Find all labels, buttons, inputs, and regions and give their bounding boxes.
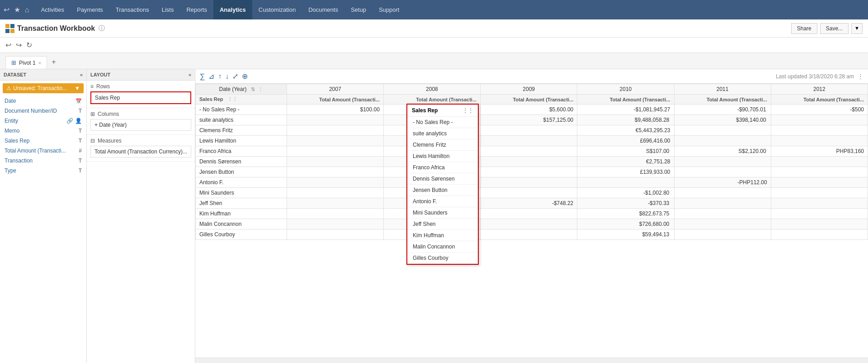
dataset-item-entity[interactable]: Entity 🔗 👤 bbox=[0, 116, 86, 126]
collapse-dataset-icon[interactable]: « bbox=[80, 72, 83, 77]
list-item[interactable]: Jensen Button bbox=[407, 185, 478, 196]
row-name-cell[interactable]: Jensen Button bbox=[196, 167, 287, 177]
sales-rep-col-header: Sales Rep ⋮⋮ bbox=[196, 95, 287, 105]
row-name-cell[interactable]: Clemens Fritz bbox=[196, 125, 287, 136]
nav-reports[interactable]: Reports bbox=[180, 0, 213, 19]
nav-activities[interactable]: Activities bbox=[35, 0, 71, 19]
svg-rect-0 bbox=[5, 24, 9, 28]
year-more-icon[interactable]: ⋮ bbox=[258, 86, 263, 92]
table-row: - No Sales Rep -$100.00$5,600.00-$1,081,… bbox=[196, 105, 868, 115]
top-navigation: ↩ ★ ⌂ Activities Payments Transactions L… bbox=[0, 0, 868, 19]
dataset-label: DATASET bbox=[4, 72, 26, 77]
row-name-cell[interactable]: Malin Concannon bbox=[196, 219, 287, 229]
salesrep-drag-icon[interactable]: ⋮⋮ bbox=[227, 96, 237, 102]
svg-rect-3 bbox=[10, 29, 14, 33]
row-name-cell[interactable]: Lewis Hamilton bbox=[196, 136, 287, 146]
undo-icon[interactable]: ↩ bbox=[5, 41, 11, 49]
svg-rect-1 bbox=[10, 24, 14, 28]
nav-lists[interactable]: Lists bbox=[156, 0, 180, 19]
save-dropdown-icon[interactable]: ▼ bbox=[851, 23, 863, 34]
row-name-cell[interactable]: Kim Huffman bbox=[196, 209, 287, 219]
list-item[interactable]: Clemens Fritz bbox=[407, 139, 478, 151]
dataset-item-totalamount[interactable]: Total Amount (Transacti... # bbox=[0, 146, 86, 156]
add-tab-button[interactable]: + bbox=[47, 55, 60, 69]
tab-pivot1[interactable]: ⊞ Pivot 1 × bbox=[5, 56, 47, 69]
list-item[interactable]: - No Sales Rep - bbox=[407, 117, 478, 128]
value-cell bbox=[771, 188, 868, 198]
value-cell bbox=[771, 219, 868, 229]
list-item[interactable]: Mini Saunders bbox=[407, 207, 478, 219]
dataset-header: DATASET « bbox=[0, 69, 86, 81]
nav-analytics[interactable]: Analytics bbox=[213, 0, 252, 19]
row-name-cell[interactable]: suite analytics bbox=[196, 115, 287, 125]
table-row: Jeff Shen-$748.22-$370.33 bbox=[196, 198, 868, 209]
list-item[interactable]: Franco Africa bbox=[407, 162, 478, 173]
row-name-cell[interactable]: Jeff Shen bbox=[196, 198, 287, 209]
nav-payments[interactable]: Payments bbox=[71, 0, 109, 19]
filter-icon[interactable]: ⊿ bbox=[208, 72, 214, 81]
table-row: Malin Concannon$726,680.00 bbox=[196, 219, 868, 229]
sort-asc-icon[interactable]: ↑ bbox=[218, 72, 222, 81]
nav-documents[interactable]: Documents bbox=[302, 0, 344, 19]
list-item[interactable]: Lewis Hamilton bbox=[407, 151, 478, 162]
row-name-cell[interactable]: Mini Saunders bbox=[196, 188, 287, 198]
value-cell: $398,140.00 bbox=[674, 115, 771, 125]
more-options-icon[interactable]: ⋮ bbox=[858, 73, 863, 80]
row-name-cell[interactable]: Gilles Courboy bbox=[196, 229, 287, 240]
info-icon[interactable]: ⓘ bbox=[99, 24, 105, 33]
columns-icon: ⊞ bbox=[90, 111, 95, 117]
data-area: ∑ ⊿ ↑ ↓ ⤢ ⊕ Last updated 3/18/2020 6:28 … bbox=[195, 69, 868, 363]
list-item[interactable]: Antonio F. bbox=[407, 196, 478, 207]
nav-star-icon[interactable]: ★ bbox=[14, 5, 20, 14]
list-item[interactable]: Jeff Shen bbox=[407, 219, 478, 230]
nav-support[interactable]: Support bbox=[373, 0, 406, 19]
expand-icon[interactable]: ⤢ bbox=[232, 72, 238, 81]
redo-icon[interactable]: ↪ bbox=[16, 41, 22, 49]
value-cell bbox=[577, 177, 674, 188]
list-item[interactable]: Kim Huffman bbox=[407, 230, 478, 241]
table-row: Mini Saunders-$1,002.80 bbox=[196, 188, 868, 198]
columns-date-item[interactable]: + Date (Year) bbox=[90, 119, 191, 131]
list-item[interactable]: suite analytics bbox=[407, 128, 478, 139]
table-row: Gilles Courboy$59,494.13 bbox=[196, 229, 868, 240]
dataset-item-transaction[interactable]: Transaction T bbox=[0, 156, 86, 166]
sort-desc-icon[interactable]: ↓ bbox=[225, 72, 229, 81]
dataset-item-type[interactable]: Type T bbox=[0, 166, 86, 176]
nav-house-icon[interactable]: ⌂ bbox=[25, 6, 29, 14]
value-cell bbox=[674, 136, 771, 146]
save-button[interactable]: Save... bbox=[820, 23, 849, 34]
drag-handle-icon[interactable]: ⋮⋮ bbox=[462, 107, 473, 114]
sort-icon[interactable]: ⇅ bbox=[251, 86, 255, 92]
nav-transactions[interactable]: Transactions bbox=[109, 0, 156, 19]
2009-amount-header: Total Amount (Transacti... bbox=[481, 95, 577, 105]
dataset-item-memo[interactable]: Memo T bbox=[0, 126, 86, 136]
close-tab-icon[interactable]: × bbox=[38, 60, 41, 66]
nav-customization[interactable]: Customization bbox=[252, 0, 302, 19]
value-cell bbox=[287, 167, 383, 177]
row-name-cell[interactable]: - No Sales Rep - bbox=[196, 105, 287, 115]
list-item[interactable]: Malin Concannon bbox=[407, 241, 478, 253]
list-item[interactable]: Gilles Courboy bbox=[407, 253, 478, 264]
dataset-item-date[interactable]: Date 📅 bbox=[0, 96, 86, 106]
collapse-layout-icon[interactable]: « bbox=[189, 72, 191, 77]
row-name-cell[interactable]: Franco Africa bbox=[196, 146, 287, 157]
entity-link-icon: 🔗 bbox=[66, 118, 73, 124]
measures-totalamount-item[interactable]: Total Amount (Transaction Currency)... bbox=[90, 146, 191, 158]
rows-sales-rep-item[interactable]: Sales Rep bbox=[90, 91, 191, 104]
horizontal-scrollbar[interactable] bbox=[195, 358, 868, 363]
list-item[interactable]: Dennis Sørensen bbox=[407, 173, 478, 185]
add-col-icon[interactable]: ⊕ bbox=[242, 72, 248, 81]
nav-home-icon[interactable]: ↩ bbox=[4, 5, 9, 14]
value-cell bbox=[287, 188, 383, 198]
value-cell: $5,600.00 bbox=[481, 105, 577, 115]
nav-setup[interactable]: Setup bbox=[344, 0, 373, 19]
share-button[interactable]: Share bbox=[791, 23, 817, 34]
row-name-cell[interactable]: Antonio F. bbox=[196, 177, 287, 188]
sigma-icon[interactable]: ∑ bbox=[200, 72, 205, 81]
value-cell bbox=[771, 177, 868, 188]
dataset-item-salesrep[interactable]: Sales Rep T bbox=[0, 136, 86, 146]
dataset-selector[interactable]: ⚠ Unsaved: Transactio... ▼ bbox=[3, 83, 84, 93]
row-name-cell[interactable]: Dennis Sørensen bbox=[196, 157, 287, 167]
dataset-item-docnum[interactable]: Document Number/ID T bbox=[0, 106, 86, 116]
refresh-icon[interactable]: ↻ bbox=[26, 41, 32, 49]
